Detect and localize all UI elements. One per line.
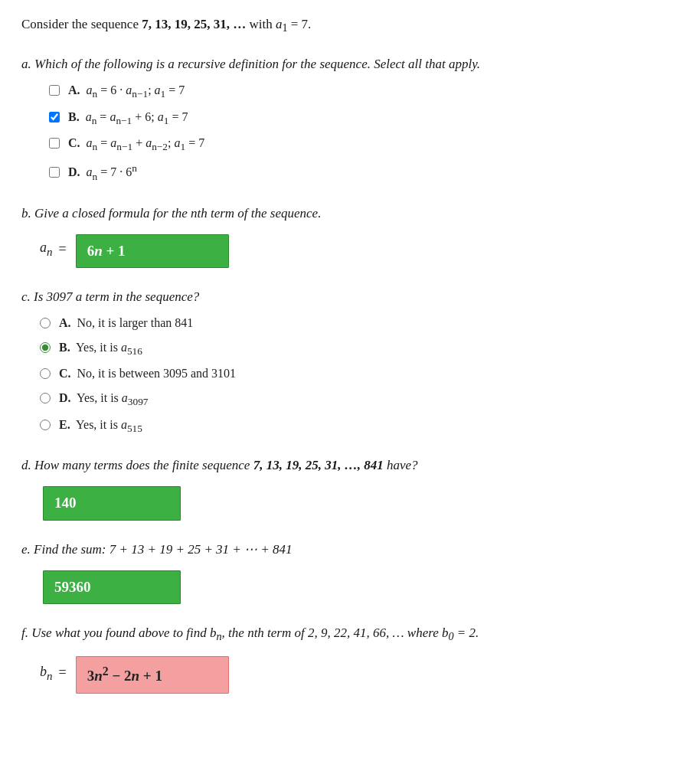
- option-c3: C. No, it is between 3095 and 3101: [40, 364, 659, 384]
- section-a: a. Which of the following is a recursive…: [21, 54, 659, 185]
- section-e-answer-row: 59360: [40, 566, 659, 604]
- option-c4-label: D. Yes, it is a3097: [59, 388, 148, 410]
- option-c3-label: C. No, it is between 3095 and 3101: [59, 364, 236, 384]
- section-e-answer: 59360: [43, 570, 181, 604]
- section-f-label: f. Use what you found above to find bn, …: [21, 622, 659, 645]
- option-c2-label: B. Yes, it is a516: [59, 338, 142, 360]
- section-f-variable: bn: [40, 661, 53, 685]
- section-a-options: A. an = 6 · an−1; a1 = 7 B. an = an−1 + …: [49, 80, 659, 184]
- checkbox-a4[interactable]: [49, 167, 60, 178]
- section-f-equals: =: [59, 662, 67, 684]
- radio-c4[interactable]: [40, 393, 51, 403]
- option-a4: D. an = 7 · 6n: [49, 160, 659, 185]
- option-a4-label: D. an = 7 · 6n: [68, 160, 137, 185]
- section-f-answer-row: bn = 3n2 − 2n + 1: [40, 652, 659, 694]
- option-c1-label: A. No, it is larger than 841: [59, 313, 193, 333]
- section-e: e. Find the sum: 7 + 13 + 19 + 25 + 31 +…: [21, 539, 659, 605]
- option-c1: A. No, it is larger than 841: [40, 313, 659, 333]
- section-b-answer-row: an = 6n + 1: [40, 230, 659, 268]
- section-f: f. Use what you found above to find bn, …: [21, 622, 659, 694]
- radio-c2[interactable]: [40, 342, 51, 353]
- option-a3-label: C. an = an−1 + an−2; a1 = 7: [68, 133, 204, 155]
- section-c: c. Is 3097 a term in the sequence? A. No…: [21, 286, 659, 436]
- checkbox-a3[interactable]: [49, 138, 60, 149]
- section-b-label: b. Give a closed formula for the nth ter…: [21, 203, 659, 224]
- section-a-label: a. Which of the following is a recursive…: [21, 54, 659, 74]
- section-e-label: e. Find the sum: 7 + 13 + 19 + 25 + 31 +…: [21, 539, 659, 560]
- section-b-variable: an: [40, 237, 53, 261]
- option-a1: A. an = 6 · an−1; a1 = 7: [49, 80, 659, 103]
- section-b-equals: =: [59, 238, 67, 260]
- option-c5: E. Yes, it is a515: [40, 415, 659, 437]
- radio-c5[interactable]: [40, 420, 51, 430]
- option-a1-label: A. an = 6 · an−1; a1 = 7: [68, 80, 185, 103]
- section-b-answer: 6n + 1: [76, 234, 229, 268]
- section-d-label: d. How many terms does the finite sequen…: [21, 455, 659, 475]
- checkbox-a1[interactable]: [49, 85, 60, 96]
- intro-text: Consider the sequence 7, 13, 19, 25, 31,…: [21, 14, 659, 37]
- option-c2: B. Yes, it is a516: [40, 338, 659, 360]
- section-c-options: A. No, it is larger than 841 B. Yes, it …: [40, 313, 659, 436]
- section-b: b. Give a closed formula for the nth ter…: [21, 203, 659, 269]
- option-c5-label: E. Yes, it is a515: [59, 415, 142, 437]
- section-d-answer-row: 140: [40, 482, 659, 520]
- section-c-label: c. Is 3097 a term in the sequence?: [21, 286, 659, 307]
- radio-c1[interactable]: [40, 318, 51, 328]
- option-a2-label: B. an = an−1 + 6; a1 = 7: [68, 107, 188, 129]
- section-f-answer: 3n2 − 2n + 1: [76, 656, 229, 694]
- section-d-answer: 140: [43, 486, 181, 520]
- radio-c3[interactable]: [40, 368, 51, 379]
- option-a2: B. an = an−1 + 6; a1 = 7: [49, 107, 659, 129]
- section-d: d. How many terms does the finite sequen…: [21, 455, 659, 521]
- page-container: Consider the sequence 7, 13, 19, 25, 31,…: [21, 14, 659, 694]
- option-a3: C. an = an−1 + an−2; a1 = 7: [49, 133, 659, 155]
- checkbox-a2[interactable]: [49, 112, 60, 122]
- option-c4: D. Yes, it is a3097: [40, 388, 659, 410]
